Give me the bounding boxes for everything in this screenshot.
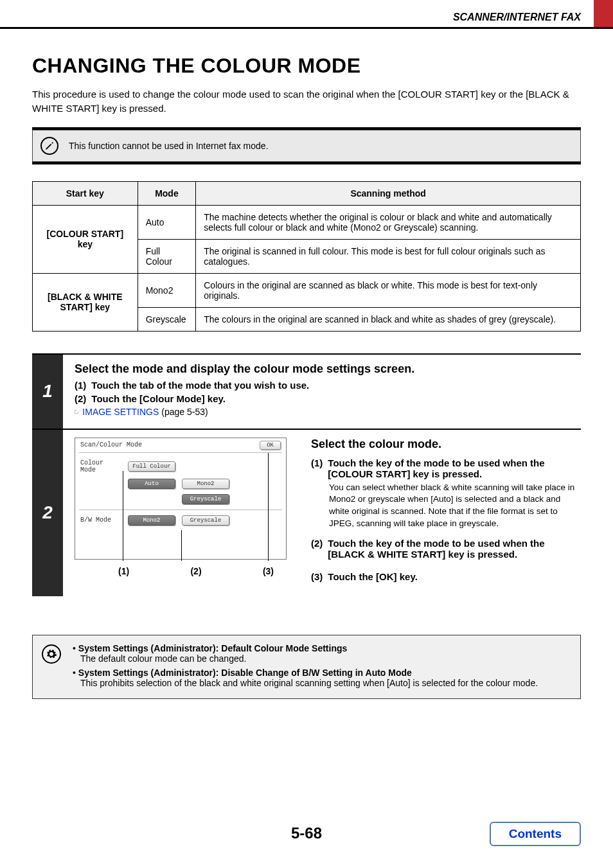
cell-method: The machine detects whether the original… (196, 205, 581, 239)
colour-mode-table: Start key Mode Scanning method [COLOUR S… (32, 181, 581, 332)
callout-1: (1) (118, 566, 129, 576)
admin-item: • System Settings (Administrator): Disab… (73, 668, 538, 688)
note-text: This function cannot be used in Internet… (69, 141, 269, 151)
panel-btn-bw-mono2[interactable]: Mono2 (128, 515, 175, 526)
cell-method: The colours in the original are scanned … (196, 307, 581, 331)
panel-btn-mono2[interactable]: Mono2 (182, 479, 229, 489)
contents-button[interactable]: Contents (490, 822, 581, 846)
step2-item: (3) Touch the [OK] key. (311, 571, 581, 582)
step1-heading: Select the mode and display the colour m… (75, 362, 581, 376)
admin-item-desc: This prohibits selection of the black an… (73, 678, 538, 688)
th-start-key: Start key (33, 181, 138, 205)
substep-number: (1) (311, 457, 323, 479)
section-header-bar: SCANNER/INTERNET FAX (0, 12, 613, 29)
step2-item-sub: You can select whether black & white sca… (311, 482, 581, 531)
step2-item: (1) Touch the key of the mode to be used… (311, 457, 581, 479)
panel-ok-button[interactable]: OK (260, 441, 281, 450)
th-method: Scanning method (196, 181, 581, 205)
substep-number: (1) (75, 380, 86, 391)
panel-btn-full-colour[interactable]: Full Colour (128, 461, 175, 472)
step-2: 2 Scan/Colour Mode OK Colour Mode Full C… (32, 430, 581, 597)
step2-item: (2) Touch the key of the mode to be used… (311, 538, 581, 560)
panel-btn-greyscale[interactable]: Greyscale (182, 494, 229, 504)
cell-mode: Mono2 (138, 273, 196, 307)
admin-item-title: System Settings (Administrator): Default… (78, 643, 347, 653)
gear-icon (42, 644, 61, 664)
step-number: 2 (32, 430, 63, 597)
cell-mode: Auto (138, 205, 196, 239)
admin-item-desc: The default colour mode can be changed. (73, 653, 538, 664)
link-page-ref: (page 5-53) (159, 407, 208, 417)
substep-text: Touch the key of the mode to be used whe… (328, 538, 581, 560)
cell-method: Colours in the original are scanned as b… (196, 273, 581, 307)
panel-btn-bw-greyscale[interactable]: Greyscale (182, 515, 229, 526)
cell-mode: Greyscale (138, 307, 196, 331)
admin-notes-box: • System Settings (Administrator): Defau… (32, 635, 581, 699)
step2-heading: Select the colour mode. (311, 438, 581, 451)
callout-3: (3) (263, 566, 274, 576)
note-box: This function cannot be used in Internet… (32, 130, 581, 162)
intro-paragraph: This procedure is used to change the col… (32, 87, 581, 116)
substep-number: (3) (311, 571, 323, 582)
image-settings-link[interactable]: IMAGE SETTINGS (82, 407, 159, 417)
cell-mode: Full Colour (138, 239, 196, 273)
step1-item: (2) Touch the [Colour Mode] key. (75, 393, 581, 404)
admin-item: • System Settings (Administrator): Defau… (73, 643, 538, 664)
step-1: 1 Select the mode and display the colour… (32, 355, 581, 429)
image-settings-link-row: ☞ IMAGE SETTINGS (page 5-53) (75, 407, 581, 417)
callout-2: (2) (190, 566, 201, 576)
row-key-bw-start: [BLACK & WHITE START] key (33, 273, 138, 331)
panel-btn-auto[interactable]: Auto (128, 479, 175, 489)
page-title: CHANGING THE COLOUR MODE (32, 54, 581, 78)
substep-text: Touch the key of the mode to be used whe… (328, 457, 581, 479)
admin-item-title: System Settings (Administrator): Disable… (78, 668, 412, 678)
substep-number: (2) (75, 393, 86, 404)
row-key-colour-start: [COLOUR START] key (33, 205, 138, 273)
pen-icon (40, 137, 58, 155)
substep-text: Touch the tab of the mode that you wish … (91, 380, 309, 391)
substep-number: (2) (311, 538, 323, 560)
section-header-text: SCANNER/INTERNET FAX (453, 12, 581, 22)
pointer-icon: ☞ (75, 407, 80, 417)
panel-callouts: (1) (2) (3) (75, 566, 293, 576)
panel-row-label: Colour Mode (80, 459, 121, 474)
touch-panel-screenshot: Scan/Colour Mode OK Colour Mode Full Col… (75, 438, 287, 560)
substep-text: Touch the [Colour Mode] key. (91, 393, 226, 404)
substep-text: Touch the [OK] key. (328, 571, 417, 582)
step-number: 1 (32, 355, 63, 429)
th-mode: Mode (138, 181, 196, 205)
panel-title: Scan/Colour Mode (80, 441, 142, 448)
step1-item: (1) Touch the tab of the mode that you w… (75, 380, 581, 391)
panel-row-label: B/W Mode (80, 517, 121, 524)
divider (32, 162, 581, 164)
cell-method: The original is scanned in full colour. … (196, 239, 581, 273)
